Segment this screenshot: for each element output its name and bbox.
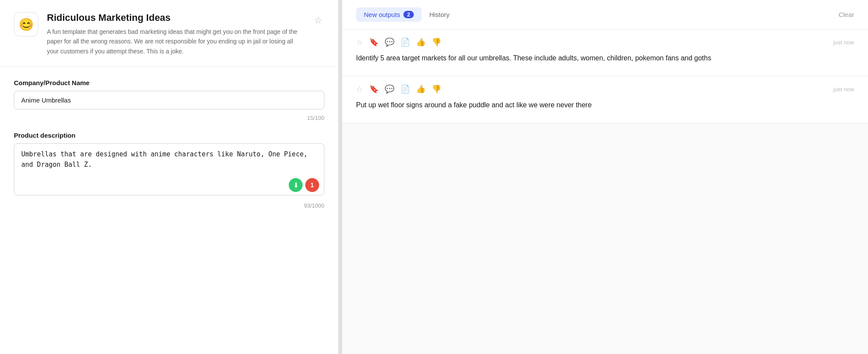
- tab-new-outputs[interactable]: New outputs 2: [356, 7, 422, 22]
- star-icon-1[interactable]: ☆: [356, 38, 363, 46]
- badge-red: 1: [305, 178, 319, 192]
- arrow-icon: ⬇: [293, 181, 299, 189]
- document-icon-2[interactable]: 📄: [400, 85, 410, 93]
- right-header: New outputs 2 History Clear: [342, 0, 868, 30]
- outputs-list: ☆ 🔖 💬 📄 👍 👎 just now Identify 5 area tar…: [342, 30, 868, 354]
- description-field-group: Product description Umbrellas that are d…: [14, 132, 324, 209]
- star-icon: ☆: [314, 15, 323, 26]
- document-icon-1[interactable]: 📄: [400, 38, 410, 46]
- thumbsdown-icon-2[interactable]: 👎: [432, 85, 441, 93]
- output-card-1: ☆ 🔖 💬 📄 👍 👎 just now Identify 5 area tar…: [342, 30, 868, 76]
- company-label: Company/Product Name: [14, 79, 324, 86]
- thumbsup-icon-1[interactable]: 👍: [416, 38, 426, 46]
- company-field-group: Company/Product Name 15/100: [14, 79, 324, 121]
- company-input[interactable]: [14, 91, 324, 109]
- output-toolbar-1: ☆ 🔖 💬 📄 👍 👎 just now: [356, 38, 854, 46]
- description-textarea[interactable]: Umbrellas that are designed with anime c…: [14, 143, 324, 195]
- tab-history[interactable]: History: [422, 7, 458, 22]
- header-text: Ridiculous Marketing Ideas A fun templat…: [47, 12, 304, 56]
- left-panel: 😊 Ridiculous Marketing Ideas A fun templ…: [0, 0, 339, 354]
- tab-history-label: History: [429, 11, 450, 18]
- right-panel: New outputs 2 History Clear ☆ 🔖 💬 📄 👍 👎 …: [342, 0, 868, 354]
- form-section: Company/Product Name 15/100 Product desc…: [0, 67, 338, 221]
- thumbsup-icon-2[interactable]: 👍: [416, 85, 426, 93]
- textarea-badges: ⬇ 1: [289, 178, 319, 192]
- tab-new-outputs-badge: 2: [403, 11, 413, 18]
- star-button[interactable]: ☆: [312, 13, 324, 28]
- app-description: A fun template that generates bad market…: [47, 27, 304, 56]
- output-toolbar-2: ☆ 🔖 💬 📄 👍 👎 just now: [356, 85, 854, 93]
- header-section: 😊 Ridiculous Marketing Ideas A fun templ…: [0, 0, 338, 67]
- output-timestamp-1: just now: [833, 39, 854, 46]
- badge-count: 1: [310, 182, 314, 189]
- description-textarea-wrapper: Umbrellas that are designed with anime c…: [14, 143, 324, 197]
- message-icon-1[interactable]: 💬: [385, 38, 394, 46]
- app-icon: 😊: [14, 12, 38, 36]
- description-char-count: 93/1000: [14, 202, 324, 209]
- tab-new-outputs-label: New outputs: [364, 11, 400, 18]
- bookmark-icon-2[interactable]: 🔖: [369, 85, 379, 93]
- message-icon-2[interactable]: 💬: [385, 85, 394, 93]
- output-text-2: Put up wet floor signs around a fake pud…: [356, 99, 854, 111]
- panel-divider: [339, 0, 342, 354]
- star-icon-2[interactable]: ☆: [356, 85, 363, 93]
- output-timestamp-2: just now: [833, 86, 854, 93]
- thumbsdown-icon-1[interactable]: 👎: [432, 38, 441, 46]
- bookmark-icon-1[interactable]: 🔖: [369, 38, 379, 46]
- clear-button[interactable]: Clear: [838, 11, 854, 18]
- app-title: Ridiculous Marketing Ideas: [47, 12, 304, 23]
- description-label: Product description: [14, 132, 324, 139]
- output-card-2: ☆ 🔖 💬 📄 👍 👎 just now Put up wet floor si…: [342, 76, 868, 123]
- output-text-1: Identify 5 area target markets for all o…: [356, 52, 854, 64]
- company-char-count: 15/100: [14, 115, 324, 121]
- badge-green: ⬇: [289, 178, 303, 192]
